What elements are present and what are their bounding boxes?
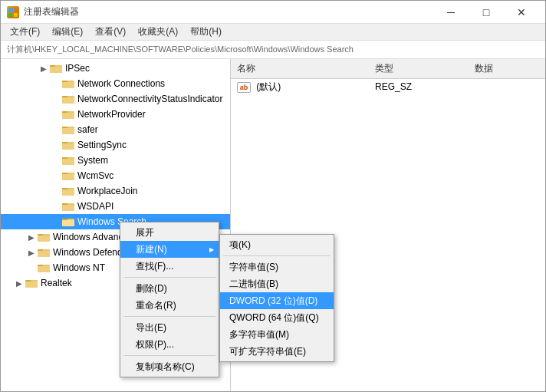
tree-item-label: WorkplaceJoin (77, 186, 137, 196)
tree-arrow: ▶ (25, 249, 38, 257)
col-header-data: 数据 (469, 61, 545, 77)
context-menu-expand[interactable]: 展开 (120, 224, 219, 241)
svg-rect-15 (62, 113, 74, 119)
window-title: 注册表编辑器 (24, 5, 433, 18)
tree-item-wcmsvc[interactable]: ▶ WcmSvc (1, 168, 230, 183)
submenu-key-label: 项(K) (229, 239, 251, 252)
folder-icon (62, 155, 74, 166)
submenu-multistring[interactable]: 多字符串值(M) (220, 326, 334, 343)
tree-item-workplacejoin[interactable]: ▶ WorkplaceJoin (1, 183, 230, 199)
svg-rect-12 (62, 97, 74, 104)
context-menu-expand-label: 展开 (136, 226, 154, 239)
close-button[interactable]: ✕ (504, 1, 539, 24)
submenu-qword[interactable]: QWORD (64 位)值(Q) (220, 309, 334, 326)
folder-icon (62, 170, 74, 181)
minimize-button[interactable]: ─ (433, 1, 469, 24)
context-menu-delete-label: 删除(D) (136, 282, 167, 295)
address-label-prefix: 计算机\HKEY_LOCAL_MACHINE\SOFTWARE\Policies… (7, 44, 354, 55)
folder-icon (62, 109, 74, 120)
folder-icon (62, 186, 74, 196)
tree-item-wsdapi[interactable]: ▶ WSDAPI (1, 199, 230, 214)
tree-item-ncsi[interactable]: ▶ NetworkConnectivityStatusIndicator (1, 91, 230, 107)
address-bar: 计算机\HKEY_LOCAL_MACHINE\SOFTWARE\Policies… (1, 41, 545, 59)
cell-type: REG_SZ (369, 80, 469, 94)
submenu-string[interactable]: 字符串值(S) (220, 259, 334, 275)
menu-help[interactable]: 帮助(H) (184, 24, 228, 40)
submenu-expandstring-label: 可扩充字符串值(E) (229, 345, 306, 358)
tree-item-networkprovider[interactable]: ▶ NetworkProvider (1, 107, 230, 122)
context-menu-export-label: 导出(E) (136, 321, 166, 334)
tree-item-ipsec[interactable]: ▶ IPSec (1, 61, 230, 76)
submenu-string-label: 字符串值(S) (229, 261, 278, 274)
title-bar: 注册表编辑器 ─ □ ✕ (1, 1, 545, 24)
menu-favorites[interactable]: 收藏夹(A) (132, 24, 184, 40)
context-menu-permissions-label: 权限(P)... (136, 338, 174, 351)
context-menu-rename[interactable]: 重命名(R) (120, 297, 219, 314)
tree-item-label: Windows NT (53, 262, 105, 273)
folder-icon (62, 140, 74, 150)
submenu-key[interactable]: 项(K) (220, 236, 334, 253)
context-menu-new-label: 新建(N) (136, 243, 167, 256)
submenu: 项(K) 字符串值(S) 二进制值(B) DWORD (32 位)值(D) QW… (219, 234, 334, 362)
submenu-dword[interactable]: DWORD (32 位)值(D) (220, 292, 334, 309)
svg-rect-45 (38, 266, 50, 272)
tree-item-label: WSDAPI (77, 201, 113, 212)
context-menu-permissions[interactable]: 权限(P)... (120, 336, 219, 353)
col-header-name: 名称 (231, 61, 369, 77)
ab-icon: ab (237, 82, 251, 93)
context-menu-rename-label: 重命名(R) (136, 299, 176, 312)
tree-item-system[interactable]: ▶ System (1, 153, 230, 168)
svg-rect-6 (50, 67, 62, 73)
svg-rect-3 (14, 13, 18, 17)
tree-arrow: ▶ (25, 233, 38, 242)
menu-edit[interactable]: 编辑(E) (46, 24, 89, 40)
menu-view[interactable]: 查看(V) (89, 24, 132, 40)
folder-icon (50, 63, 62, 74)
context-menu-copy[interactable]: 复制项名称(C) (120, 358, 219, 375)
context-menu-delete[interactable]: 删除(D) (120, 280, 219, 297)
svg-rect-9 (62, 82, 74, 88)
separator-3 (123, 355, 215, 356)
submenu-dword-label: DWORD (32 位)值(D) (229, 295, 317, 308)
context-menu-export[interactable]: 导出(E) (120, 319, 219, 336)
tree-item-label: WcmSvc (77, 170, 113, 181)
svg-rect-2 (8, 13, 12, 17)
window-controls: ─ □ ✕ (433, 1, 539, 24)
folder-icon (62, 216, 74, 227)
svg-rect-18 (62, 128, 74, 134)
submenu-binary[interactable]: 二进制值(B) (220, 275, 334, 292)
tree-item-network-connections[interactable]: ▶ Network Connections (1, 76, 230, 91)
submenu-expandstring[interactable]: 可扩充字符串值(E) (220, 343, 334, 360)
svg-rect-39 (38, 236, 50, 242)
maximize-button[interactable]: □ (469, 1, 504, 24)
context-menu-copy-label: 复制项名称(C) (136, 361, 195, 374)
tree-item-label: Network Connections (77, 78, 165, 89)
folder-icon (62, 94, 74, 104)
app-icon (7, 6, 19, 18)
separator-1 (123, 277, 215, 278)
tree-item-label: IPSec (65, 63, 90, 74)
cell-data (469, 85, 545, 88)
tree-arrow: ▶ (13, 279, 25, 288)
table-row[interactable]: ab (默认) REG_SZ (231, 79, 545, 94)
separator-2 (123, 316, 215, 317)
submenu-multistring-label: 多字符串值(M) (229, 328, 289, 341)
tree-item-safer[interactable]: ▶ safer (1, 122, 230, 137)
tree-item-label: NetworkProvider (77, 109, 146, 120)
submenu-separator-1 (223, 255, 331, 256)
tree-item-settingsync[interactable]: ▶ SettingSync (1, 137, 230, 153)
context-menu-find-label: 查找(F)... (136, 260, 173, 273)
menu-file[interactable]: 文件(F) (4, 24, 46, 40)
folder-icon (62, 201, 74, 212)
svg-rect-42 (38, 251, 50, 257)
folder-icon (38, 232, 50, 242)
context-menu-find[interactable]: 查找(F)... (120, 258, 219, 275)
submenu-binary-label: 二进制值(B) (229, 278, 278, 291)
context-menu: 展开 新建(N) 查找(F)... 删除(D) 重命名(R) 导出(E) 权限(… (120, 222, 219, 377)
col-header-type: 类型 (369, 61, 469, 77)
folder-icon (62, 78, 74, 89)
registry-editor-window: 注册表编辑器 ─ □ ✕ 文件(F) 编辑(E) 查看(V) 收藏夹(A) 帮助… (0, 0, 546, 392)
context-menu-new[interactable]: 新建(N) (120, 241, 219, 258)
folder-icon (25, 278, 38, 288)
tree-item-label: NetworkConnectivityStatusIndicator (77, 94, 222, 104)
